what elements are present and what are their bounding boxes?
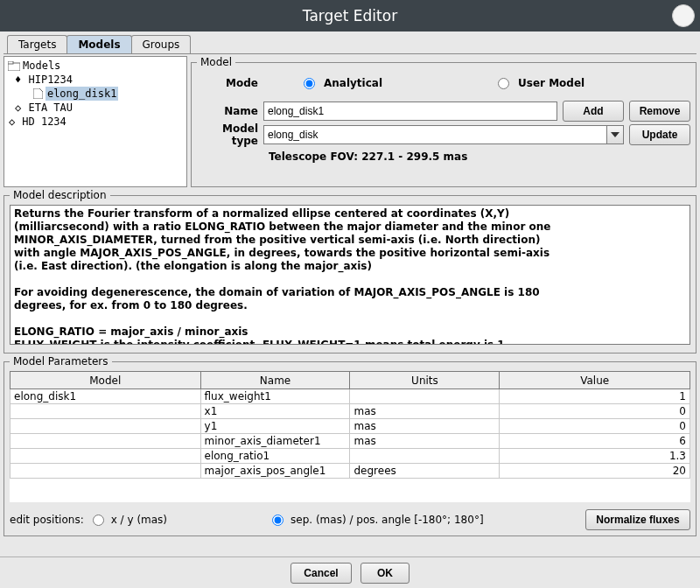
editpos-sep-label[interactable]: sep. (mas) / pos. angle [-180°; 180°] xyxy=(290,514,484,526)
cell-value[interactable]: 1 xyxy=(500,389,690,404)
model-type-input[interactable] xyxy=(263,125,606,144)
cell-units[interactable]: degrees xyxy=(350,464,500,479)
normalize-fluxes-button[interactable]: Normalize fluxes xyxy=(585,509,690,530)
cell-name[interactable]: minor_axis_diameter1 xyxy=(200,434,350,449)
editpos-label: edit positions: xyxy=(10,514,84,526)
add-button[interactable]: Add xyxy=(563,101,624,122)
mode-analytical-label[interactable]: Analytical xyxy=(324,77,382,89)
cell-name[interactable]: flux_weight1 xyxy=(200,389,350,404)
table-row[interactable]: x1mas0 xyxy=(10,404,690,419)
collapse-icon[interactable]: ♦ xyxy=(14,73,22,87)
col-units[interactable]: Units xyxy=(350,372,500,389)
model-parameters-panel: Model Parameters Model Name Units Value … xyxy=(4,355,696,536)
table-row[interactable]: minor_axis_diameter1mas6 xyxy=(10,434,690,449)
mode-analytical-radio[interactable] xyxy=(304,78,315,89)
model-type-combo[interactable] xyxy=(263,125,624,144)
model-panel: Model Mode Analytical User Model Name Ad… xyxy=(191,56,696,187)
tree-item-elong-disk1[interactable]: elong_disk1 xyxy=(8,87,183,101)
name-label: Name xyxy=(197,105,258,117)
window-title: Target Editor xyxy=(303,7,397,24)
table-row[interactable]: major_axis_pos_angle1degrees20 xyxy=(10,464,690,479)
cell-name[interactable]: y1 xyxy=(200,419,350,434)
editpos-sep-radio[interactable] xyxy=(272,514,284,526)
tab-models[interactable]: Models xyxy=(66,35,131,53)
expand-icon[interactable]: ◇ xyxy=(14,101,22,115)
cell-model[interactable] xyxy=(10,464,201,479)
model-tree[interactable]: Models ♦ HIP1234 elong_disk1 ◇ ETA TAU ◇… xyxy=(4,56,187,187)
cell-model[interactable] xyxy=(10,434,201,449)
model-type-label: Model type xyxy=(197,122,258,147)
cell-name[interactable]: elong_ratio1 xyxy=(200,449,350,464)
svg-marker-2 xyxy=(33,88,43,99)
cell-value[interactable]: 1.3 xyxy=(500,449,690,464)
remove-button[interactable]: Remove xyxy=(629,101,690,122)
window-control-icon[interactable] xyxy=(672,4,695,27)
model-description-panel: Model description xyxy=(4,189,696,354)
model-legend: Model xyxy=(197,56,235,68)
cancel-button[interactable]: Cancel xyxy=(290,563,352,584)
col-value[interactable]: Value xyxy=(500,372,690,389)
editpos-xy-label[interactable]: x / y (mas) xyxy=(111,514,167,526)
table-row[interactable]: y1mas0 xyxy=(10,419,690,434)
expand-icon[interactable]: ◇ xyxy=(8,115,16,129)
chevron-down-icon[interactable] xyxy=(606,125,624,144)
name-input[interactable] xyxy=(263,102,557,121)
ok-button[interactable]: OK xyxy=(360,563,410,584)
tab-groups[interactable]: Groups xyxy=(131,35,192,53)
parameters-table[interactable]: Model Name Units Value elong_disk1flux_w… xyxy=(10,371,690,479)
cell-model[interactable] xyxy=(10,449,201,464)
cell-name[interactable]: x1 xyxy=(200,404,350,419)
cell-units[interactable]: mas xyxy=(350,434,500,449)
params-legend: Model Parameters xyxy=(10,355,112,368)
cell-value[interactable]: 0 xyxy=(500,404,690,419)
cell-model[interactable] xyxy=(10,404,201,419)
document-icon xyxy=(33,88,43,99)
svg-rect-1 xyxy=(8,61,13,64)
cell-units[interactable]: mas xyxy=(350,404,500,419)
tree-item-eta-tau[interactable]: ◇ ETA TAU xyxy=(8,101,183,115)
desc-legend: Model description xyxy=(10,189,110,201)
table-row[interactable]: elong_disk1flux_weight11 xyxy=(10,389,690,404)
folder-icon xyxy=(8,61,20,71)
cell-model[interactable]: elong_disk1 xyxy=(10,389,201,404)
tree-root[interactable]: Models xyxy=(8,59,183,73)
fov-text: Telescope FOV: 227.1 - 299.5 mas xyxy=(197,150,690,163)
col-model[interactable]: Model xyxy=(10,372,201,389)
cell-value[interactable]: 0 xyxy=(500,419,690,434)
editpos-xy-radio[interactable] xyxy=(93,514,104,526)
col-name[interactable]: Name xyxy=(200,372,350,389)
table-row[interactable]: elong_ratio11.3 xyxy=(10,449,690,464)
svg-marker-3 xyxy=(611,132,620,137)
model-description-text[interactable] xyxy=(10,205,690,345)
dialog-footer: Cancel OK xyxy=(0,556,700,588)
cell-units[interactable]: mas xyxy=(350,419,500,434)
update-button[interactable]: Update xyxy=(629,124,690,145)
cell-units[interactable] xyxy=(350,449,500,464)
cell-units[interactable] xyxy=(350,389,500,404)
tree-item-hd1234[interactable]: ◇ HD 1234 xyxy=(8,115,183,129)
cell-name[interactable]: major_axis_pos_angle1 xyxy=(200,464,350,479)
cell-value[interactable]: 6 xyxy=(500,434,690,449)
cell-model[interactable] xyxy=(10,419,201,434)
tab-bar: Targets Models Groups xyxy=(4,35,696,54)
cell-value[interactable]: 20 xyxy=(500,464,690,479)
mode-label: Mode xyxy=(197,77,258,89)
tree-item-hip1234[interactable]: ♦ HIP1234 xyxy=(8,73,183,87)
window-titlebar: Target Editor xyxy=(0,0,700,32)
mode-user-radio[interactable] xyxy=(498,78,509,89)
mode-user-label[interactable]: User Model xyxy=(518,77,584,89)
tab-targets[interactable]: Targets xyxy=(7,35,67,53)
